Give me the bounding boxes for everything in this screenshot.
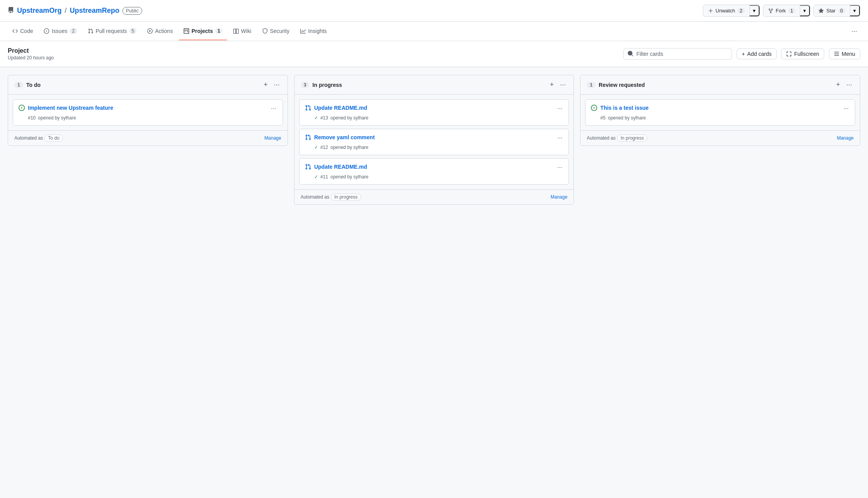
card-update-readme-11-opened: opened by sylhare: [331, 174, 369, 180]
fullscreen-label: Fullscreen: [794, 51, 819, 57]
todo-cards: Implement new Upstream feature ··· #10 o…: [8, 95, 288, 130]
repo-org-link[interactable]: UpstreamOrg: [17, 7, 62, 15]
inprogress-auto-tag: In progress: [331, 194, 361, 201]
card-test-issue-5-title-area: This is a test issue: [591, 104, 839, 112]
inprogress-manage-link[interactable]: Manage: [551, 194, 567, 200]
column-inprogress-header: 3 In progress + ···: [294, 75, 574, 95]
tab-security[interactable]: Security: [258, 22, 294, 40]
review-manage-link[interactable]: Manage: [837, 135, 854, 141]
repo-icon: [8, 7, 14, 15]
menu-button[interactable]: Menu: [829, 48, 860, 59]
card-test-issue-5-header: This is a test issue ···: [591, 104, 849, 113]
star-label: Star: [826, 8, 835, 14]
card-test-issue-5: This is a test issue ··· #5 opened by sy…: [585, 99, 855, 126]
review-more-button[interactable]: ···: [845, 80, 854, 90]
unwatch-dropdown[interactable]: ▾: [749, 5, 760, 16]
more-tabs-button[interactable]: ···: [848, 22, 860, 41]
column-todo-header: 1 To do + ···: [8, 75, 288, 95]
fork-button[interactable]: Fork 1: [763, 5, 800, 16]
todo-manage-link[interactable]: Manage: [264, 135, 281, 141]
nav-tabs: Code Issues 2 Pull requests 5 Actions Pr…: [0, 22, 868, 41]
fork-dropdown[interactable]: ▾: [800, 5, 810, 16]
tab-insights[interactable]: Insights: [296, 22, 331, 40]
plus-icon: +: [742, 51, 745, 57]
card-implement-upstream-header: Implement new Upstream feature ···: [19, 104, 277, 113]
todo-add-button[interactable]: +: [262, 80, 269, 90]
fullscreen-button[interactable]: Fullscreen: [781, 48, 824, 59]
public-badge: Public: [122, 7, 142, 15]
card-update-readme-13-header: Update README.md ···: [305, 104, 563, 113]
card-update-readme-11-header: Update README.md ···: [305, 163, 563, 172]
project-title: Project: [8, 47, 54, 54]
todo-title: To do: [26, 82, 41, 88]
inprogress-automated-badge: Automated as In progress: [301, 194, 361, 201]
issue-open-icon: [19, 105, 25, 112]
tab-code[interactable]: Code: [8, 22, 38, 40]
column-todo-header-left: 1 To do: [14, 82, 41, 88]
review-automated-label: Automated as: [587, 135, 615, 141]
tab-pull-requests[interactable]: Pull requests 5: [83, 22, 141, 40]
card-implement-upstream-title-link[interactable]: Implement new Upstream feature: [28, 104, 113, 112]
star-group: Star 0 ▾: [813, 5, 860, 17]
card-implement-upstream-number: #10: [28, 115, 36, 121]
card-update-readme-13-title-link[interactable]: Update README.md: [314, 104, 367, 112]
review-title: Review requested: [599, 82, 645, 88]
card-remove-yaml-12-number: #12: [320, 145, 328, 150]
tab-projects-label: Projects: [191, 28, 213, 34]
pr-icon-13: [305, 105, 311, 112]
tab-issues-label: Issues: [52, 28, 67, 34]
filter-input[interactable]: [623, 48, 732, 60]
card-implement-upstream-more[interactable]: ···: [270, 104, 277, 113]
tab-wiki[interactable]: Wiki: [229, 22, 256, 40]
card-update-readme-13-opened: opened by sylhare: [331, 115, 369, 121]
card-test-issue-5-title-link[interactable]: This is a test issue: [600, 104, 649, 112]
card-update-readme-13: Update README.md ··· ✓ #13 opened by syl…: [299, 99, 569, 126]
unwatch-button[interactable]: Unwatch 2: [703, 5, 749, 16]
todo-auto-tag: To do: [45, 135, 63, 142]
column-todo-header-right: + ···: [262, 80, 281, 90]
card-remove-yaml-12-more[interactable]: ···: [556, 134, 563, 142]
card-remove-yaml-12-meta: ✓ #12 opened by sylhare: [305, 145, 563, 150]
tab-issues[interactable]: Issues 2: [39, 22, 81, 40]
card-test-issue-5-more[interactable]: ···: [843, 104, 849, 113]
card-update-readme-13-more[interactable]: ···: [556, 104, 563, 113]
add-cards-label: Add cards: [747, 51, 772, 57]
review-add-button[interactable]: +: [834, 80, 842, 90]
card-update-readme-13-title-area: Update README.md: [305, 104, 553, 112]
column-review-header-left: 1 Review requested: [587, 82, 645, 88]
board: 1 To do + ··· Implement new Upstream fea…: [0, 67, 868, 488]
fork-count: 1: [788, 8, 796, 14]
project-info: Project Updated 20 hours ago: [8, 47, 54, 61]
card-update-readme-11-number: #11: [320, 174, 328, 180]
tab-projects-count: 1: [215, 28, 222, 34]
add-cards-button[interactable]: + Add cards: [737, 48, 777, 59]
card-test-issue-5-opened: opened by sylhare: [608, 115, 646, 121]
project-updated: Updated 20 hours ago: [8, 55, 54, 61]
inprogress-more-button[interactable]: ···: [558, 80, 567, 90]
column-review-header-right: + ···: [834, 80, 854, 90]
repo-name-link[interactable]: UpstreamRepo: [70, 7, 119, 15]
card-update-readme-11-meta: ✓ #11 opened by sylhare: [305, 174, 563, 180]
tab-actions-label: Actions: [155, 28, 173, 34]
star-dropdown[interactable]: ▾: [850, 5, 860, 16]
pr-icon-11: [305, 164, 311, 171]
tab-projects[interactable]: Projects 1: [179, 22, 227, 40]
project-header: Project Updated 20 hours ago + Add cards…: [0, 41, 868, 67]
inprogress-count: 3: [301, 82, 310, 88]
top-header: UpstreamOrg / UpstreamRepo Public Unwatc…: [0, 0, 868, 22]
column-inprogress-header-left: 3 In progress: [301, 82, 342, 88]
tab-actions[interactable]: Actions: [143, 22, 177, 40]
star-button[interactable]: Star 0: [814, 5, 850, 16]
card-update-readme-11: Update README.md ··· ✓ #11 opened by syl…: [299, 158, 569, 185]
todo-more-button[interactable]: ···: [272, 80, 281, 90]
check-icon-13: ✓: [314, 115, 318, 121]
card-update-readme-11-more[interactable]: ···: [556, 163, 563, 172]
review-auto-tag: In progress: [617, 135, 647, 142]
check-icon-11: ✓: [314, 174, 318, 180]
inprogress-add-button[interactable]: +: [548, 80, 556, 90]
card-remove-yaml-12-opened: opened by sylhare: [331, 145, 369, 150]
card-update-readme-11-title-link[interactable]: Update README.md: [314, 163, 367, 171]
card-remove-yaml-12-title-link[interactable]: Remove yaml comment: [314, 134, 375, 142]
column-inprogress: 3 In progress + ··· Update README.md: [294, 75, 574, 205]
fork-group: Fork 1 ▾: [763, 5, 811, 17]
